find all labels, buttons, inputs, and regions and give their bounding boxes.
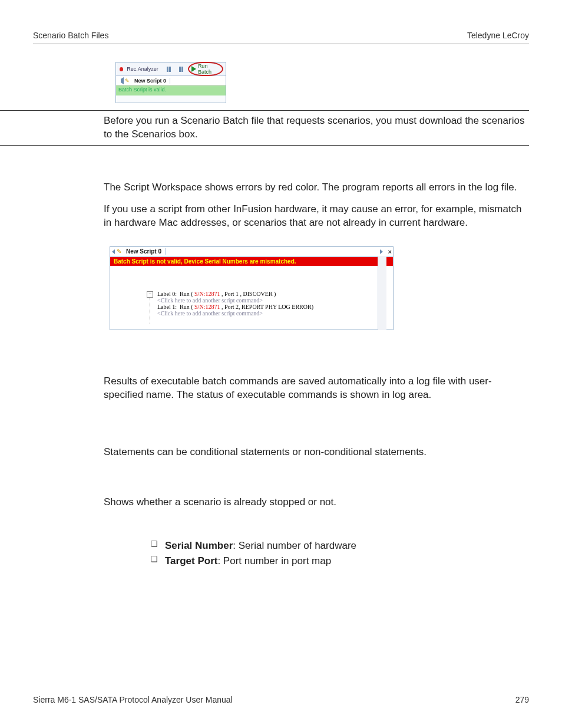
document-page: Scenario Batch Files Teledyne LeCroy Rec… xyxy=(0,0,562,728)
header-right: Teledyne LeCroy xyxy=(467,31,529,40)
blank-area xyxy=(116,95,226,103)
script-tab: New Script 0 xyxy=(131,78,170,84)
footer-left: Sierra M6-1 SAS/SATA Protocol Analyzer U… xyxy=(33,695,233,704)
paragraph: Statements can be conditional statements… xyxy=(104,446,523,459)
pencil-icon: ✎ xyxy=(117,248,121,255)
paragraph: Results of executable batch commands are… xyxy=(104,375,523,402)
page-header: Scenario Batch Files Teledyne LeCroy xyxy=(33,31,529,44)
script-area: − Label 0: Run ( S/N:12871 , Port 1 , DI… xyxy=(110,287,393,330)
figure-error-screenshot: ✎ New Script 0 × Batch Script is not val… xyxy=(110,246,394,330)
line-label: Label 0: xyxy=(157,291,177,297)
run-text: Run ( xyxy=(180,304,194,310)
left-arrow-icon xyxy=(117,77,124,84)
run-suffix: , Port 2, REPORT PHY LOG ERROR) xyxy=(220,304,313,310)
page-footer: Sierra M6-1 SAS/SATA Protocol Analyzer U… xyxy=(33,695,529,704)
note-text: Before you run a Scenario Batch file tha… xyxy=(104,114,529,141)
scrollbar xyxy=(378,256,386,330)
bullet-term: Target Port xyxy=(165,555,217,566)
run-text: Run ( xyxy=(180,291,194,297)
bullet-desc: : Serial number of hardware xyxy=(233,540,356,551)
run-suffix: , Port 1 , DISCOVER ) xyxy=(220,291,276,297)
line-label: Label 1: xyxy=(157,304,177,310)
error-banner: Batch Script is not valid, Device Serial… xyxy=(110,257,393,266)
placeholder-text: <Click here to add another script comman… xyxy=(157,310,263,317)
paragraph: Shows whether a scenario is already stop… xyxy=(104,496,523,509)
close-icon: × xyxy=(388,248,392,255)
script-line: Label 1: Run ( S/N:12871 , Port 2, REPOR… xyxy=(157,304,389,310)
run-batch-label: Run Batch xyxy=(198,63,220,75)
tab-row: ✎ New Script 0 xyxy=(116,75,226,85)
script-line: <Click here to add another script comman… xyxy=(157,297,389,304)
figure-toolbar-screenshot: Rec.Analyzer Run Batch ✎ New Script 0 Ba… xyxy=(115,62,226,103)
pencil-icon: ✎ xyxy=(125,78,130,84)
serial-number-error: S/N:12871 xyxy=(194,304,220,310)
script-tab: New Script 0 xyxy=(123,248,166,255)
blank-area xyxy=(110,266,393,287)
tab-bar: ✎ New Script 0 × xyxy=(110,247,393,257)
footer-page-number: 279 xyxy=(515,695,529,704)
script-line: <Click here to add another script comman… xyxy=(157,310,389,317)
bullet-desc: : Port number in port map xyxy=(217,555,331,566)
status-bar-valid: Batch Script is valid. xyxy=(116,85,226,95)
pause-icon-2 xyxy=(179,67,183,72)
right-arrow-icon xyxy=(380,249,383,254)
serial-number-error: S/N:12871 xyxy=(194,291,220,297)
play-icon xyxy=(191,66,196,72)
run-batch-highlighted: Run Batch xyxy=(188,62,223,76)
note-block: Before you run a Scenario Batch file tha… xyxy=(0,110,529,146)
bullet-list: Serial Number: Serial number of hardware… xyxy=(104,538,523,568)
paragraph: If you use a script from other InFusion … xyxy=(104,203,523,230)
placeholder-text: <Click here to add another script comman… xyxy=(157,297,263,304)
record-icon xyxy=(120,67,123,71)
tree-line xyxy=(150,298,150,324)
header-left: Scenario Batch Files xyxy=(33,31,108,40)
bullet-term: Serial Number xyxy=(165,540,233,551)
collapse-icon: − xyxy=(147,291,153,298)
list-item: Serial Number: Serial number of hardware xyxy=(151,538,523,554)
paragraph: The Script Workspace shows errors by red… xyxy=(104,181,523,195)
pause-icon xyxy=(167,67,171,72)
rec-analyzer-label: Rec.Analyzer xyxy=(127,66,158,72)
script-line: Label 0: Run ( S/N:12871 , Port 1 , DISC… xyxy=(157,291,389,297)
page-content: Rec.Analyzer Run Batch ✎ New Script 0 Ba… xyxy=(104,62,523,103)
left-arrow-icon xyxy=(112,249,115,254)
page-content-2: The Script Workspace shows errors by red… xyxy=(104,146,523,569)
list-item: Target Port: Port number in port map xyxy=(151,554,523,569)
toolbar-row: Rec.Analyzer Run Batch xyxy=(116,62,226,75)
